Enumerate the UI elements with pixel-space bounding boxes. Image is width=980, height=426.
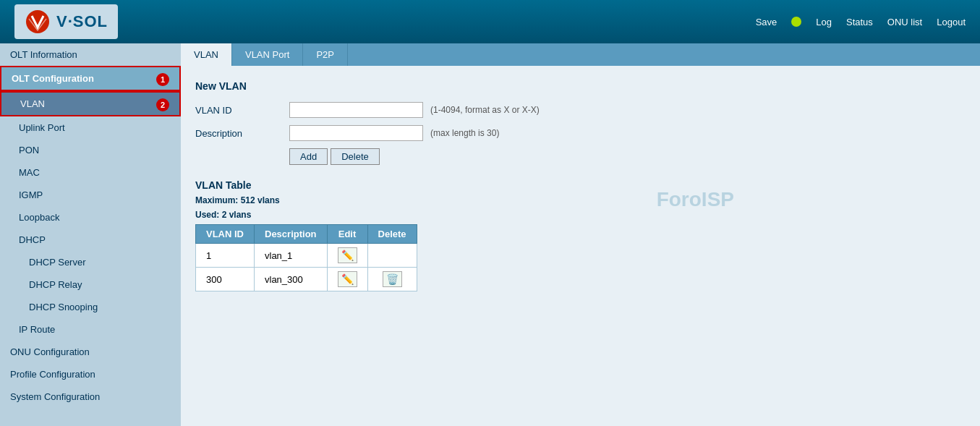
- sidebar-item-olt-information[interactable]: OLT Information: [0, 43, 181, 66]
- col-delete: Delete: [367, 225, 417, 244]
- sidebar-item-system-configuration[interactable]: System Configuration: [0, 385, 181, 408]
- vlan-id-hint: (1-4094, format as X or X-X): [430, 105, 540, 115]
- sidebar-item-dhcp-relay[interactable]: DHCP Relay: [0, 273, 181, 296]
- description-label: Description: [195, 128, 282, 139]
- sidebar: OLT Information OLT Configuration 1 VLAN…: [0, 43, 181, 426]
- vlan-row-description: vlan_300: [255, 268, 328, 291]
- edit-button[interactable]: ✏️: [338, 247, 357, 263]
- col-vlan-id: VLAN ID: [196, 225, 255, 244]
- vlan-badge: 2: [156, 98, 169, 111]
- tab-p2p[interactable]: P2P: [303, 43, 348, 66]
- vlan-table-max: Maximum: 512 vlans: [195, 195, 966, 205]
- sidebar-item-igmp[interactable]: IGMP: [0, 184, 181, 206]
- olt-config-badge: 1: [156, 73, 169, 86]
- olt-config-label: OLT Configuration: [12, 73, 94, 84]
- sidebar-item-mac[interactable]: MAC: [0, 161, 181, 184]
- col-description: Description: [255, 225, 328, 244]
- sidebar-item-dhcp-server[interactable]: DHCP Server: [0, 251, 181, 273]
- status-indicator: [791, 17, 801, 27]
- tab-bar: VLAN VLAN Port P2P: [181, 43, 980, 66]
- tab-vlan-port[interactable]: VLAN Port: [232, 43, 303, 66]
- vlan-row-delete: 🗑️: [367, 268, 417, 291]
- vlan-label: VLAN: [20, 98, 45, 109]
- delete-button[interactable]: Delete: [331, 148, 380, 165]
- log-link[interactable]: Log: [816, 17, 832, 27]
- sidebar-item-vlan[interactable]: VLAN 2: [0, 91, 181, 116]
- content-area: New VLAN VLAN ID (1-4094, format as X or…: [181, 66, 980, 306]
- save-button[interactable]: Save: [756, 17, 777, 27]
- sidebar-item-olt-configuration[interactable]: OLT Configuration 1: [0, 66, 181, 91]
- table-row: 300vlan_300✏️🗑️: [196, 268, 417, 291]
- vlan-id-row: VLAN ID (1-4094, format as X or X-X): [195, 102, 966, 118]
- vlan-table-used: Used: 2 vlans: [195, 210, 966, 220]
- vlan-row-delete: [367, 244, 417, 268]
- vlan-row-id: 1: [196, 244, 255, 268]
- description-hint: (max length is 30): [430, 128, 499, 138]
- sidebar-item-loopback[interactable]: Loopback: [0, 206, 181, 229]
- vlan-row-edit: ✏️: [327, 244, 367, 268]
- action-buttons: Add Delete: [289, 148, 966, 165]
- onu-list-link[interactable]: ONU list: [887, 17, 922, 27]
- vlan-row-id: 300: [196, 268, 255, 291]
- logo-area: V·SOL: [14, 4, 118, 39]
- status-link[interactable]: Status: [846, 17, 873, 27]
- vlan-id-label: VLAN ID: [195, 105, 282, 116]
- vsol-logo-icon: [25, 9, 51, 35]
- sidebar-item-dhcp[interactable]: DHCP: [0, 229, 181, 251]
- header: V·SOL Save Log Status ONU list Logout: [0, 0, 980, 43]
- table-row: 1vlan_1✏️: [196, 244, 417, 268]
- new-vlan-title: New VLAN: [195, 80, 966, 92]
- vlan-id-input[interactable]: [289, 102, 423, 118]
- sidebar-item-ip-route[interactable]: IP Route: [0, 318, 181, 341]
- vlan-row-edit: ✏️: [327, 268, 367, 291]
- layout: OLT Information OLT Configuration 1 VLAN…: [0, 43, 980, 426]
- sidebar-item-profile-configuration[interactable]: Profile Configuration: [0, 363, 181, 385]
- logout-link[interactable]: Logout: [937, 17, 966, 27]
- sidebar-item-pon[interactable]: PON: [0, 139, 181, 161]
- delete-row-button[interactable]: 🗑️: [383, 271, 402, 287]
- col-edit: Edit: [327, 225, 367, 244]
- vlan-table: VLAN ID Description Edit Delete 1vlan_1✏…: [195, 224, 417, 291]
- main-content: VLAN VLAN Port P2P New VLAN VLAN ID (1-4…: [181, 43, 980, 426]
- description-row: Description (max length is 30): [195, 125, 966, 141]
- logo-text: V·SOL: [56, 12, 108, 31]
- description-input[interactable]: [289, 125, 423, 141]
- add-button[interactable]: Add: [289, 148, 328, 165]
- sidebar-item-onu-configuration[interactable]: ONU Configuration: [0, 341, 181, 363]
- header-right: Save Log Status ONU list Logout: [756, 17, 966, 27]
- vlan-row-description: vlan_1: [255, 244, 328, 268]
- vlan-table-title: VLAN Table: [195, 179, 966, 191]
- sidebar-item-dhcp-snooping[interactable]: DHCP Snooping: [0, 296, 181, 318]
- tab-vlan[interactable]: VLAN: [181, 43, 232, 66]
- sidebar-item-uplink-port[interactable]: Uplink Port: [0, 116, 181, 139]
- edit-button[interactable]: ✏️: [338, 271, 357, 287]
